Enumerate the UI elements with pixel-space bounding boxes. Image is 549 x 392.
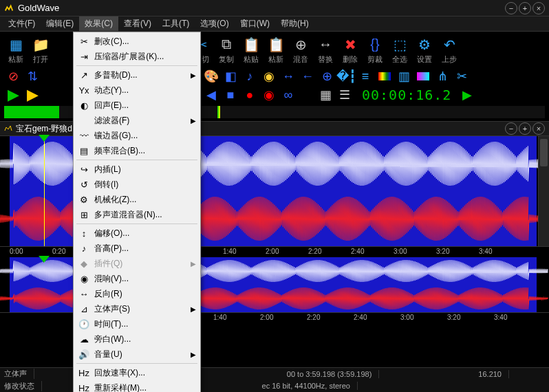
sliders-icon[interactable]: �┇	[338, 69, 354, 84]
dropdown-item-icon: ▤	[76, 144, 92, 157]
bars-icon[interactable]: ▥	[396, 69, 411, 84]
dropdown-item[interactable]: ◉混响(V)...	[74, 271, 200, 286]
dropdown-item[interactable]: ↔反向(R)	[74, 286, 200, 301]
submenu-arrow-icon: ▶	[191, 260, 196, 268]
target-icon[interactable]: ⊕	[319, 69, 334, 84]
doc-minimize-button[interactable]: −	[505, 122, 517, 135]
dropdown-item-label: 动态(Y)...	[94, 85, 186, 96]
doc-maximize-button[interactable]: +	[519, 122, 531, 135]
menu-view[interactable]: 查看(V)	[118, 17, 157, 31]
minimize-button[interactable]: −	[505, 2, 517, 14]
list-icon[interactable]: ☰	[337, 87, 352, 102]
note-icon[interactable]: ♪	[242, 69, 257, 84]
dropdown-item-icon: ♪	[76, 242, 92, 254]
disc-icon[interactable]: ◉	[261, 69, 277, 84]
scrollbar-vertical[interactable]	[538, 136, 549, 246]
tool-mix[interactable]: ⊕混音	[289, 34, 312, 66]
eq-icon[interactable]: ≡	[358, 69, 373, 84]
submenu-arrow-icon: ▶	[191, 351, 196, 358]
dropdown-item[interactable]: Hz重新采样(M)...	[74, 380, 200, 392]
tool-replace[interactable]: ↔替换	[314, 34, 337, 66]
dropdown-item[interactable]: ♪音高(P)...	[74, 241, 200, 256]
dropdown-item[interactable]: 滤波器(F)▶	[74, 113, 200, 128]
dropdown-item-label: 旁白(W)...	[94, 334, 186, 345]
tool-trim[interactable]: {}剪裁	[363, 34, 387, 66]
tool-selall[interactable]: ⬚全选	[388, 34, 411, 66]
stop-icon[interactable]: ⊘	[6, 69, 21, 84]
dropdown-item[interactable]: 〰镶边器(G)...	[74, 128, 200, 143]
dropdown-item-label: 时间(T)...	[94, 318, 186, 330]
dropdown-item[interactable]: ☁旁白(W)...	[74, 331, 200, 347]
dropdown-item-label: 滤波器(F)	[94, 115, 186, 127]
effect-dropdown: ✂删改(C)...⇥压缩器/扩展器(K)...↗多普勒(D)...▶Yx动态(Y…	[73, 32, 201, 392]
timer-play-icon[interactable]: ▶	[460, 87, 475, 102]
menu-edit[interactable]: 编辑(E)	[41, 17, 79, 31]
dropdown-item[interactable]: 🕐时间(T)...	[74, 316, 200, 331]
dropdown-item-icon: ◐	[76, 99, 92, 111]
dropdown-item[interactable]: 🔊音量(U)▶	[74, 347, 200, 362]
record2-icon[interactable]: ◉	[261, 87, 277, 102]
dropdown-item[interactable]: ✂删改(C)...	[74, 34, 200, 49]
dropdown-item[interactable]: ⇥压缩器/扩展器(K)...	[74, 49, 200, 64]
expand-icon[interactable]: ↔	[281, 69, 296, 84]
dropdown-item[interactable]: ▤频率混合(B)...	[74, 143, 200, 158]
dropdown-item[interactable]: ⚙机械化(Z)...	[74, 192, 200, 207]
dropdown-item[interactable]: ⊿立体声(S)▶	[74, 301, 200, 316]
dropdown-item-icon	[76, 114, 92, 127]
tool-paste[interactable]: 📋粘贴	[239, 34, 263, 66]
dropdown-item[interactable]: Hz回放速率(X)...	[74, 365, 200, 380]
menu-window[interactable]: 窗口(W)	[235, 17, 275, 31]
play-yellow-icon[interactable]: ▶	[25, 87, 40, 102]
dropdown-item-icon: 〰	[76, 129, 92, 142]
scissors-icon[interactable]: ✂	[454, 69, 469, 84]
transport-stop-icon[interactable]: ■	[223, 87, 238, 102]
transport-prev-icon[interactable]: ◀	[204, 87, 219, 102]
titlebar: GoldWave − + ×	[0, 0, 549, 17]
tool-open[interactable]: 📁打开	[29, 34, 52, 66]
close-button[interactable]: ×	[532, 2, 545, 14]
menu-file[interactable]: 文件(F)	[3, 17, 41, 31]
spectrum-icon[interactable]	[377, 69, 392, 84]
overview-play-marker-icon	[39, 256, 50, 263]
dropdown-item[interactable]: ↪内插(L)	[74, 162, 200, 177]
dropdown-item[interactable]: ◐回声(E)...	[74, 98, 200, 113]
dropdown-item[interactable]: ↺倒转(I)	[74, 177, 200, 192]
menu-help[interactable]: 帮助(H)	[275, 17, 314, 31]
grid-icon[interactable]: ▦	[318, 87, 333, 102]
dropdown-item[interactable]: ⊞多声道混音器(N)...	[74, 207, 200, 222]
split-icon[interactable]: ⋔	[435, 69, 450, 84]
back-icon[interactable]: ←	[300, 69, 315, 84]
dropdown-item[interactable]: ↗多普勒(D)...▶	[74, 67, 200, 83]
dropdown-item[interactable]: ↕偏移(O)...	[74, 226, 200, 241]
dropdown-item-label: 镶边器(G)...	[94, 130, 186, 142]
dropdown-item[interactable]: Yx动态(Y)...	[74, 83, 200, 98]
tool-prev[interactable]: ↶上步	[438, 34, 461, 66]
menu-effect[interactable]: 效果(C)	[79, 17, 118, 31]
record-icon[interactable]: ●	[242, 87, 257, 102]
play-green-icon[interactable]: ▶	[6, 87, 21, 102]
doc-close-button[interactable]: ×	[532, 122, 545, 135]
dropdown-item-icon: ◉	[76, 272, 92, 285]
loop-icon[interactable]: ∞	[281, 87, 296, 102]
dropdown-item-icon: ↺	[76, 178, 92, 190]
tool-new[interactable]: ▦粘新	[4, 34, 28, 66]
dropdown-item-icon: 🕐	[76, 318, 92, 330]
tool-pastenew[interactable]: 📋粘新	[264, 34, 288, 66]
menu-tool[interactable]: 工具(T)	[157, 17, 195, 31]
colorblock-icon[interactable]: ◧	[223, 69, 238, 84]
dropdown-item-label: 机械化(Z)...	[94, 194, 186, 206]
menu-options[interactable]: 选项(O)	[195, 17, 234, 31]
dropdown-item-label: 插件(Q)	[94, 258, 186, 270]
dropdown-item-icon: ⚙	[76, 193, 92, 206]
play-marker-icon	[39, 135, 50, 142]
tool-copy[interactable]: ⧉复制	[215, 34, 238, 66]
tool-settings[interactable]: ⚙设置	[413, 34, 436, 66]
swap-icon[interactable]: ⇅	[25, 69, 40, 84]
tool-delete[interactable]: ✖删除	[338, 34, 362, 66]
dropdown-item-icon: ⊿	[76, 303, 92, 315]
colorwheel-icon[interactable]: 🎨	[204, 69, 219, 84]
app-logo-icon	[4, 3, 14, 13]
maximize-button[interactable]: +	[519, 2, 531, 14]
gradient-icon[interactable]	[416, 69, 431, 84]
dropdown-item-label: 回声(E)...	[94, 100, 186, 111]
